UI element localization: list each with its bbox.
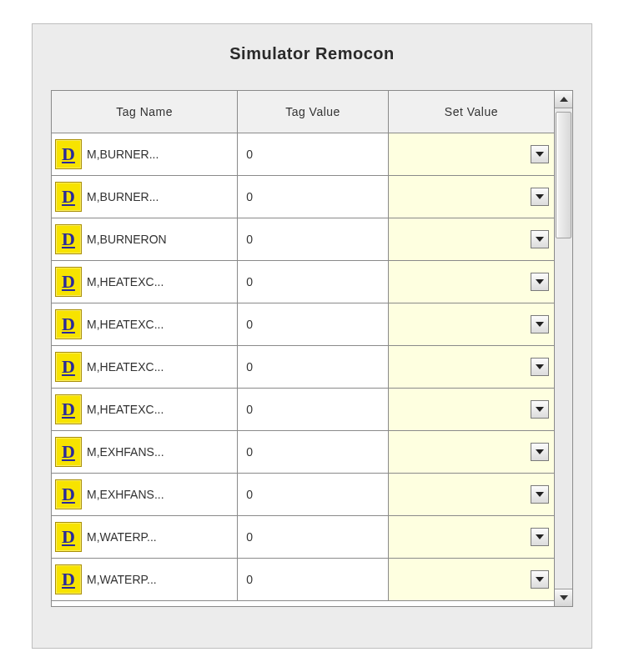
data-badge: D: [55, 394, 82, 424]
set-value-dropdown[interactable]: [389, 176, 554, 218]
svg-marker-3: [536, 279, 544, 284]
set-value-dropdown[interactable]: [389, 559, 554, 600]
svg-marker-5: [536, 364, 544, 369]
set-value-dropdown[interactable]: [389, 389, 554, 430]
tag-name: M,WATERP...: [87, 530, 157, 544]
chevron-down-icon: [536, 237, 544, 242]
tag-name: M,WATERP...: [87, 573, 157, 586]
tag-name: M,HEATEXC...: [87, 318, 164, 331]
chevron-down-icon: [536, 492, 544, 497]
tag-value: 0: [238, 176, 389, 218]
table-row[interactable]: DM,HEATEXC...0: [52, 389, 554, 431]
tag-value: 0: [238, 516, 389, 559]
header-row: Tag Name Tag Value Set Value: [52, 91, 554, 133]
chevron-down-icon: [560, 595, 568, 600]
chevron-down-icon: [536, 449, 544, 454]
tag-value: 0: [238, 303, 389, 346]
set-value-dropdown[interactable]: [389, 218, 554, 260]
tag-name: M,BURNER...: [87, 148, 159, 161]
set-value-dropdown[interactable]: [389, 474, 554, 515]
set-value-dropdown[interactable]: [389, 516, 554, 558]
tag-name: M,BURNER...: [87, 190, 159, 203]
panel-title: Simulator Remocon: [51, 44, 573, 63]
table-row[interactable]: DM,BURNER...0: [52, 176, 554, 218]
tag-name: M,EXHFANS...: [87, 445, 164, 459]
dropdown-button[interactable]: [531, 485, 549, 504]
table-row[interactable]: DM,HEATEXC...0: [52, 346, 554, 389]
dropdown-button[interactable]: [531, 315, 549, 333]
chevron-down-icon: [536, 364, 544, 369]
chevron-down-icon: [536, 407, 544, 412]
tag-value: 0: [238, 431, 389, 474]
tag-name: M,HEATEXC...: [87, 275, 164, 288]
vertical-scrollbar[interactable]: [555, 90, 573, 607]
tag-value: 0: [238, 346, 389, 389]
grid-wrap: Tag Name Tag Value Set Value DM,BURNER..…: [51, 90, 573, 607]
svg-marker-12: [560, 595, 568, 600]
svg-marker-4: [536, 322, 544, 327]
table-row[interactable]: DM,WATERP...0: [52, 516, 554, 559]
set-value-dropdown[interactable]: [389, 303, 554, 345]
tag-value: 0: [238, 261, 389, 303]
chevron-down-icon: [536, 534, 544, 539]
svg-marker-1: [536, 194, 544, 199]
dropdown-button[interactable]: [531, 230, 549, 248]
svg-marker-11: [560, 97, 568, 102]
data-badge: D: [55, 182, 82, 212]
table-row[interactable]: DM,BURNER...0: [52, 133, 554, 176]
dropdown-button[interactable]: [531, 145, 549, 163]
set-value-dropdown[interactable]: [389, 261, 554, 303]
svg-marker-10: [536, 577, 544, 582]
dropdown-button[interactable]: [531, 443, 549, 461]
tag-name: M,EXHFANS...: [87, 488, 164, 501]
set-value-dropdown[interactable]: [389, 133, 554, 175]
table-row[interactable]: DM,BURNERON0: [52, 218, 554, 261]
tag-name: M,HEATEXC...: [87, 360, 164, 374]
scroll-track[interactable]: [555, 108, 572, 589]
tag-value: 0: [238, 474, 389, 516]
tag-value: 0: [238, 389, 389, 431]
dropdown-button[interactable]: [531, 528, 549, 546]
table-row[interactable]: DM,WATERP...0: [52, 559, 554, 601]
chevron-down-icon: [536, 577, 544, 582]
data-badge: D: [55, 309, 82, 339]
dropdown-button[interactable]: [531, 570, 549, 589]
tag-name: M,HEATEXC...: [87, 403, 164, 416]
col-header-tagname[interactable]: Tag Name: [52, 91, 238, 133]
col-header-tagvalue[interactable]: Tag Value: [238, 91, 389, 133]
chevron-down-icon: [536, 152, 544, 157]
chevron-up-icon: [560, 97, 568, 102]
svg-marker-2: [536, 237, 544, 242]
data-badge: D: [55, 224, 82, 254]
svg-marker-6: [536, 407, 544, 412]
data-badge: D: [55, 564, 82, 594]
set-value-dropdown[interactable]: [389, 431, 554, 473]
panel: Simulator Remocon Tag Name Tag Value Set…: [32, 23, 592, 649]
svg-marker-7: [536, 449, 544, 454]
tag-grid: Tag Name Tag Value Set Value DM,BURNER..…: [51, 90, 555, 607]
table-row[interactable]: DM,EXHFANS...0: [52, 431, 554, 474]
col-header-setvalue[interactable]: Set Value: [388, 91, 554, 133]
data-badge: D: [55, 139, 82, 169]
table-row[interactable]: DM,EXHFANS...0: [52, 474, 554, 516]
app-outer: Simulator Remocon Tag Name Tag Value Set…: [0, 0, 624, 672]
data-badge: D: [55, 352, 82, 382]
tag-value: 0: [238, 133, 389, 176]
scroll-down-button[interactable]: [555, 589, 572, 606]
chevron-down-icon: [536, 279, 544, 284]
dropdown-button[interactable]: [531, 400, 549, 419]
table-row[interactable]: DM,HEATEXC...0: [52, 303, 554, 346]
dropdown-button[interactable]: [531, 358, 549, 376]
scroll-thumb[interactable]: [556, 112, 571, 238]
dropdown-button[interactable]: [531, 188, 549, 206]
svg-marker-8: [536, 492, 544, 497]
data-badge: D: [55, 267, 82, 297]
scroll-up-button[interactable]: [555, 91, 572, 108]
dropdown-button[interactable]: [531, 273, 549, 291]
set-value-dropdown[interactable]: [389, 346, 554, 388]
tag-value: 0: [238, 218, 389, 261]
data-badge: D: [55, 437, 82, 467]
data-badge: D: [55, 479, 82, 509]
table-row[interactable]: DM,HEATEXC...0: [52, 261, 554, 303]
tag-value: 0: [238, 559, 389, 601]
